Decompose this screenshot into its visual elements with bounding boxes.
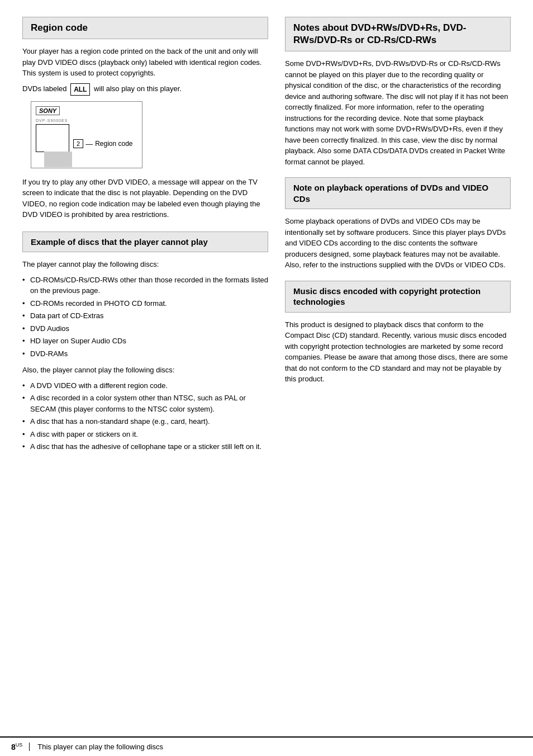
page-num-value: 8 bbox=[11, 743, 16, 752]
region-code-para2-container: If you try to play any other DVD VIDEO, … bbox=[22, 177, 268, 220]
region-code-diagram-label: Region code bbox=[95, 140, 132, 148]
region-code-section-header: Region code bbox=[22, 17, 268, 39]
right-column: Notes about DVD+RWs/DVD+Rs, DVD-RWs/DVD-… bbox=[285, 17, 511, 722]
list-item: A disc recorded in a color system other … bbox=[22, 393, 268, 414]
example-discs-list2: A DVD VIDEO with a different region code… bbox=[22, 380, 268, 452]
footer-text: This player can play the following discs bbox=[29, 743, 163, 751]
also-intro: Also, the player cannot play the followi… bbox=[22, 365, 268, 376]
region-code-para2: If you try to play any other DVD VIDEO, … bbox=[22, 177, 268, 220]
example-discs-section-header: Example of discs that the player cannot … bbox=[22, 231, 268, 253]
disc-inner-rect bbox=[36, 124, 69, 152]
list-item: CD-ROMs recorded in PHOTO CD format. bbox=[22, 298, 268, 309]
playback-ops-body-container: Some playback operations of DVDs and VID… bbox=[285, 216, 511, 271]
music-discs-body-container: This product is designed to playback dis… bbox=[285, 319, 511, 385]
region-num-box: 2 bbox=[73, 139, 83, 148]
dvdrws-body: Some DVD+RWs/DVD+Rs, DVD-RWs/DVD-Rs or C… bbox=[285, 58, 511, 167]
page-number: 8US bbox=[11, 742, 22, 752]
list-item: A disc that has a non-standard shape (e.… bbox=[22, 416, 268, 427]
disc-diagram: SONY DVP-S9000ES 2 — Region code bbox=[31, 101, 142, 168]
list-item: A disc that has the adhesive of cellopha… bbox=[22, 441, 268, 452]
two-column-layout: Region code Your player has a region cod… bbox=[22, 17, 511, 722]
example-discs-intro: The player cannot play the following dis… bbox=[22, 259, 268, 270]
region-num-box-diagram: 2 bbox=[73, 140, 83, 147]
dvdrws-body-container: Some DVD+RWs/DVD+Rs, DVD-RWs/DVD-Rs or C… bbox=[285, 58, 511, 167]
page: Region code Your player has a region cod… bbox=[0, 0, 533, 756]
all-badge: ALL bbox=[70, 83, 90, 96]
list-item: A DVD VIDEO with a different region code… bbox=[22, 380, 268, 391]
dvdrws-section-header: Notes about DVD+RWs/DVD+Rs, DVD-RWs/DVD-… bbox=[285, 17, 511, 51]
arrow-right-icon: — bbox=[85, 140, 93, 148]
disc-inner-rect2 bbox=[44, 152, 72, 167]
music-discs-section-header: Music discs encoded with copyright prote… bbox=[285, 281, 511, 313]
left-column: Region code Your player has a region cod… bbox=[22, 17, 268, 722]
dvd-label-text-after: will also play on this player. bbox=[94, 84, 182, 93]
list-item: DVD Audios bbox=[22, 323, 268, 334]
footer-bar: 8US This player can play the following d… bbox=[0, 736, 533, 756]
model-number: DVP-S9000ES bbox=[36, 119, 68, 122]
example-discs-list1: CD-ROMs/CD-Rs/CD-RWs other than those re… bbox=[22, 275, 268, 360]
region-code-body: Your player has a region code printed on… bbox=[22, 46, 268, 96]
list-item: HD layer on Super Audio CDs bbox=[22, 336, 268, 347]
list-item: CD-ROMs/CD-Rs/CD-RWs other than those re… bbox=[22, 275, 268, 296]
playback-ops-heading: Note on playback operations of DVDs and … bbox=[293, 182, 502, 204]
music-discs-container: Music discs encoded with copyright prote… bbox=[285, 281, 511, 385]
page-num-superscript: US bbox=[16, 742, 23, 748]
example-discs-body: The player cannot play the following dis… bbox=[22, 259, 268, 452]
music-discs-body: This product is designed to playback dis… bbox=[285, 319, 511, 385]
region-code-arrow: 2 — Region code bbox=[73, 140, 133, 148]
region-code-dvd-label-line: DVDs labeled ALL will also play on this … bbox=[22, 83, 268, 96]
music-discs-heading: Music discs encoded with copyright prote… bbox=[293, 286, 502, 308]
playback-ops-body: Some playback operations of DVDs and VID… bbox=[285, 216, 511, 271]
example-discs-container: Example of discs that the player cannot … bbox=[22, 231, 268, 452]
example-discs-heading: Example of discs that the player cannot … bbox=[31, 237, 260, 248]
list-item: Data part of CD-Extras bbox=[22, 310, 268, 322]
region-code-para1: Your player has a region code printed on… bbox=[22, 46, 268, 79]
disc-diagram-container: SONY DVP-S9000ES 2 — Region code bbox=[31, 101, 268, 168]
playback-ops-section-header: Note on playback operations of DVDs and … bbox=[285, 177, 511, 209]
list-item: DVD-RAMs bbox=[22, 348, 268, 360]
dvdrws-heading: Notes about DVD+RWs/DVD+Rs, DVD-RWs/DVD-… bbox=[293, 22, 502, 46]
playback-ops-container: Note on playback operations of DVDs and … bbox=[285, 177, 511, 271]
region-code-heading: Region code bbox=[31, 22, 260, 34]
dvd-label-text-before: DVDs labeled bbox=[22, 84, 67, 93]
sony-logo: SONY bbox=[36, 106, 60, 115]
list-item: A disc with paper or stickers on it. bbox=[22, 429, 268, 440]
